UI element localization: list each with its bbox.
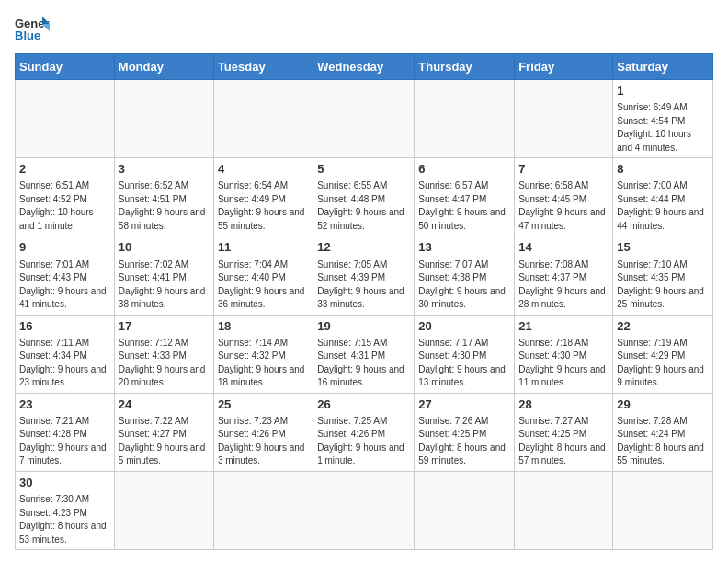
calendar-cell: 7Sunrise: 6:58 AM Sunset: 4:45 PM Daylig… <box>515 158 613 236</box>
calendar-cell <box>213 80 313 158</box>
calendar-week-row: 2Sunrise: 6:51 AM Sunset: 4:52 PM Daylig… <box>16 158 713 236</box>
generalblue-logo-icon: General Blue <box>15 15 50 42</box>
col-header-thursday: Thursday <box>415 54 515 80</box>
day-number: 9 <box>19 239 110 256</box>
day-number: 7 <box>518 161 609 178</box>
day-number: 5 <box>317 161 410 178</box>
day-number: 16 <box>19 318 110 335</box>
svg-text:Blue: Blue <box>15 29 40 42</box>
calendar-cell: 14Sunrise: 7:08 AM Sunset: 4:37 PM Dayli… <box>515 236 613 315</box>
day-number: 30 <box>19 475 110 491</box>
logo: General Blue <box>15 15 50 42</box>
day-info: Sunrise: 6:57 AM Sunset: 4:47 PM Dayligh… <box>418 179 510 233</box>
calendar-week-row: 1Sunrise: 6:49 AM Sunset: 4:54 PM Daylig… <box>16 80 713 158</box>
day-number: 3 <box>119 161 210 178</box>
calendar-cell: 27Sunrise: 7:26 AM Sunset: 4:25 PM Dayli… <box>415 393 515 471</box>
day-number: 10 <box>119 239 210 256</box>
day-info: Sunrise: 7:02 AM Sunset: 4:41 PM Dayligh… <box>119 259 210 312</box>
col-header-saturday: Saturday <box>613 54 713 80</box>
day-info: Sunrise: 7:28 AM Sunset: 4:24 PM Dayligh… <box>617 415 709 468</box>
day-number: 2 <box>19 161 110 178</box>
col-header-friday: Friday <box>515 54 613 80</box>
calendar-cell: 19Sunrise: 7:15 AM Sunset: 4:31 PM Dayli… <box>313 315 415 393</box>
day-info: Sunrise: 7:15 AM Sunset: 4:31 PM Dayligh… <box>317 337 410 390</box>
day-info: Sunrise: 6:49 AM Sunset: 4:54 PM Dayligh… <box>617 101 709 155</box>
calendar-cell: 6Sunrise: 6:57 AM Sunset: 4:47 PM Daylig… <box>415 158 515 236</box>
calendar-week-row: 30Sunrise: 7:30 AM Sunset: 4:23 PM Dayli… <box>16 471 713 549</box>
day-info: Sunrise: 7:18 AM Sunset: 4:30 PM Dayligh… <box>518 337 609 390</box>
calendar-header-row: SundayMondayTuesdayWednesdayThursdayFrid… <box>16 54 713 80</box>
day-info: Sunrise: 7:26 AM Sunset: 4:25 PM Dayligh… <box>418 415 510 468</box>
day-number: 21 <box>518 318 609 335</box>
day-info: Sunrise: 7:10 AM Sunset: 4:35 PM Dayligh… <box>617 259 709 312</box>
calendar-cell: 28Sunrise: 7:27 AM Sunset: 4:25 PM Dayli… <box>515 393 613 471</box>
day-number: 6 <box>418 161 510 178</box>
day-number: 11 <box>218 239 309 256</box>
day-info: Sunrise: 7:23 AM Sunset: 4:26 PM Dayligh… <box>218 415 309 468</box>
day-info: Sunrise: 7:11 AM Sunset: 4:34 PM Dayligh… <box>19 337 110 390</box>
calendar-cell: 30Sunrise: 7:30 AM Sunset: 4:23 PM Dayli… <box>16 471 115 549</box>
calendar-cell: 10Sunrise: 7:02 AM Sunset: 4:41 PM Dayli… <box>114 236 213 315</box>
calendar-cell <box>415 80 515 158</box>
day-number: 1 <box>617 83 709 99</box>
day-info: Sunrise: 7:00 AM Sunset: 4:44 PM Dayligh… <box>617 179 709 233</box>
calendar-cell: 15Sunrise: 7:10 AM Sunset: 4:35 PM Dayli… <box>613 236 713 315</box>
calendar-cell: 1Sunrise: 6:49 AM Sunset: 4:54 PM Daylig… <box>613 80 713 158</box>
calendar-cell: 3Sunrise: 6:52 AM Sunset: 4:51 PM Daylig… <box>114 158 213 236</box>
calendar-cell: 11Sunrise: 7:04 AM Sunset: 4:40 PM Dayli… <box>213 236 313 315</box>
calendar-cell: 23Sunrise: 7:21 AM Sunset: 4:28 PM Dayli… <box>16 393 115 471</box>
day-number: 20 <box>418 318 510 335</box>
day-number: 29 <box>617 396 709 413</box>
calendar-cell: 12Sunrise: 7:05 AM Sunset: 4:39 PM Dayli… <box>313 236 415 315</box>
calendar-cell: 22Sunrise: 7:19 AM Sunset: 4:29 PM Dayli… <box>613 315 713 393</box>
day-number: 8 <box>617 161 709 178</box>
calendar-table: SundayMondayTuesdayWednesdayThursdayFrid… <box>15 53 713 550</box>
day-info: Sunrise: 7:30 AM Sunset: 4:23 PM Dayligh… <box>19 493 110 546</box>
day-info: Sunrise: 7:14 AM Sunset: 4:32 PM Dayligh… <box>218 337 309 390</box>
day-number: 28 <box>518 396 609 413</box>
day-info: Sunrise: 6:55 AM Sunset: 4:48 PM Dayligh… <box>317 179 410 233</box>
day-number: 23 <box>19 396 110 413</box>
day-number: 18 <box>218 318 309 335</box>
calendar-cell <box>415 471 515 549</box>
calendar-cell <box>16 80 115 158</box>
day-info: Sunrise: 7:04 AM Sunset: 4:40 PM Dayligh… <box>218 259 309 312</box>
day-info: Sunrise: 7:27 AM Sunset: 4:25 PM Dayligh… <box>518 415 609 468</box>
day-info: Sunrise: 7:17 AM Sunset: 4:30 PM Dayligh… <box>418 337 510 390</box>
day-number: 17 <box>119 318 210 335</box>
calendar-cell: 18Sunrise: 7:14 AM Sunset: 4:32 PM Dayli… <box>213 315 313 393</box>
calendar-cell: 13Sunrise: 7:07 AM Sunset: 4:38 PM Dayli… <box>415 236 515 315</box>
day-info: Sunrise: 7:21 AM Sunset: 4:28 PM Dayligh… <box>19 415 110 468</box>
col-header-wednesday: Wednesday <box>313 54 415 80</box>
day-number: 26 <box>317 396 410 413</box>
day-info: Sunrise: 7:05 AM Sunset: 4:39 PM Dayligh… <box>317 259 410 312</box>
day-number: 13 <box>418 239 510 256</box>
day-info: Sunrise: 7:01 AM Sunset: 4:43 PM Dayligh… <box>19 259 110 312</box>
day-number: 12 <box>317 239 410 256</box>
calendar-week-row: 16Sunrise: 7:11 AM Sunset: 4:34 PM Dayli… <box>16 315 713 393</box>
calendar-cell <box>613 471 713 549</box>
calendar-cell: 8Sunrise: 7:00 AM Sunset: 4:44 PM Daylig… <box>613 158 713 236</box>
calendar-cell <box>114 471 213 549</box>
day-info: Sunrise: 6:51 AM Sunset: 4:52 PM Dayligh… <box>19 179 110 233</box>
calendar-cell <box>515 471 613 549</box>
day-number: 14 <box>518 239 609 256</box>
calendar-cell: 9Sunrise: 7:01 AM Sunset: 4:43 PM Daylig… <box>16 236 115 315</box>
calendar-week-row: 9Sunrise: 7:01 AM Sunset: 4:43 PM Daylig… <box>16 236 713 315</box>
day-info: Sunrise: 7:08 AM Sunset: 4:37 PM Dayligh… <box>518 259 609 312</box>
day-info: Sunrise: 7:19 AM Sunset: 4:29 PM Dayligh… <box>617 337 709 390</box>
day-number: 22 <box>617 318 709 335</box>
day-number: 15 <box>617 239 709 256</box>
day-number: 27 <box>418 396 510 413</box>
calendar-cell: 5Sunrise: 6:55 AM Sunset: 4:48 PM Daylig… <box>313 158 415 236</box>
calendar-cell <box>114 80 213 158</box>
calendar-cell: 4Sunrise: 6:54 AM Sunset: 4:49 PM Daylig… <box>213 158 313 236</box>
calendar-cell <box>313 80 415 158</box>
day-info: Sunrise: 7:12 AM Sunset: 4:33 PM Dayligh… <box>119 337 210 390</box>
col-header-tuesday: Tuesday <box>213 54 313 80</box>
page-header: General Blue <box>15 15 713 42</box>
calendar-cell: 26Sunrise: 7:25 AM Sunset: 4:26 PM Dayli… <box>313 393 415 471</box>
col-header-sunday: Sunday <box>16 54 115 80</box>
calendar-cell <box>313 471 415 549</box>
day-info: Sunrise: 7:22 AM Sunset: 4:27 PM Dayligh… <box>119 415 210 468</box>
